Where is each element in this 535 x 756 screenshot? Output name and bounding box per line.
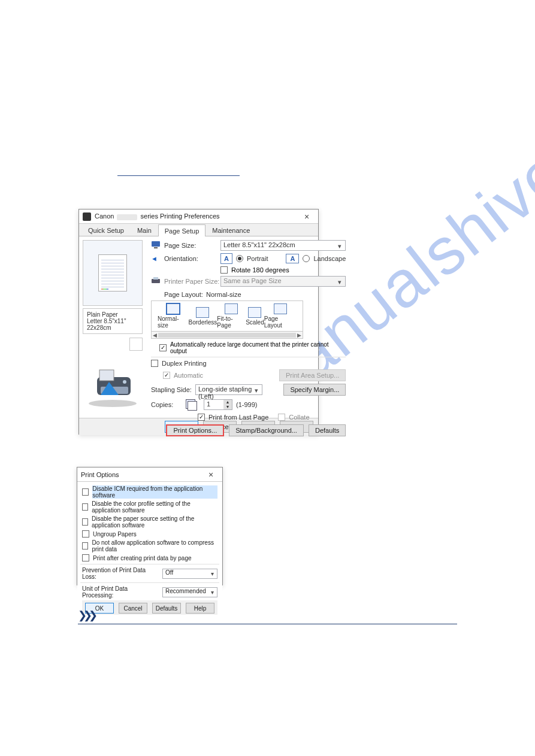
layout-fit[interactable]: Fit-to-Page bbox=[217, 303, 246, 329]
page-size-value: Letter 8.5"x11" 22x28cm bbox=[223, 241, 295, 248]
landscape-radio[interactable] bbox=[303, 255, 310, 262]
auto-reduce-checkbox[interactable] bbox=[159, 344, 167, 351]
help-button[interactable]: Help bbox=[186, 603, 214, 614]
note-chevrons-icon: ❯❯❯ bbox=[78, 609, 94, 622]
paper-size: Letter 8.5"x11" 22x28cm bbox=[87, 318, 138, 331]
svg-rect-5 bbox=[152, 241, 160, 247]
copies-icon bbox=[183, 398, 200, 411]
stapling-label: Stapling Side: bbox=[151, 386, 192, 393]
rotate-checkbox[interactable] bbox=[220, 266, 228, 274]
opt-disable-icm-checkbox[interactable] bbox=[82, 488, 89, 496]
titlebar: Canon series Printing Preferences × bbox=[79, 210, 318, 224]
portrait-label: Portrait bbox=[247, 255, 268, 262]
layout-scaled[interactable]: Scaled bbox=[246, 307, 264, 326]
spin-up-icon[interactable]: ▲ bbox=[223, 400, 232, 405]
opt-ungroup-checkbox[interactable] bbox=[82, 530, 89, 538]
window-title: Print Options bbox=[81, 471, 203, 478]
tab-page-setup[interactable]: Page Setup bbox=[158, 224, 206, 236]
landscape-icon: A bbox=[286, 254, 299, 263]
copies-label: Copies: bbox=[151, 401, 180, 408]
svg-rect-2 bbox=[99, 370, 114, 381]
copies-spinner[interactable]: 1 ▲▼ bbox=[204, 399, 232, 410]
cancel-button[interactable]: Cancel bbox=[119, 603, 147, 614]
printer-illustration-icon bbox=[83, 360, 143, 408]
specify-margin-button[interactable]: Specify Margin... bbox=[283, 384, 346, 396]
opt-label: Print after creating print data by page bbox=[93, 555, 192, 561]
portrait-icon: A bbox=[220, 253, 232, 264]
chevron-down-icon: ▾ bbox=[208, 588, 216, 597]
duplex-label: Duplex Printing bbox=[162, 360, 207, 367]
close-icon[interactable]: × bbox=[299, 212, 315, 221]
unit-label: Unit of Print Data Processing: bbox=[82, 585, 159, 599]
copies-range: (1-999) bbox=[236, 401, 257, 408]
layout-borderless[interactable]: Borderless bbox=[189, 307, 217, 326]
settings-column: Page Size: Letter 8.5"x11" 22x28cm ▾ ◄ O… bbox=[146, 236, 350, 418]
stamp-background-button[interactable]: Stamp/Background... bbox=[229, 424, 304, 436]
opt-print-after-checkbox[interactable] bbox=[82, 554, 89, 561]
printer-paper-label: Printer Paper Size: bbox=[164, 278, 220, 285]
layout-item-label: Borderless bbox=[189, 319, 217, 326]
monitor-icon bbox=[151, 241, 164, 250]
opt-no-compress-checkbox[interactable] bbox=[82, 542, 88, 549]
tabs: Quick Setup Main Page Setup Maintenance bbox=[79, 224, 318, 236]
print-options-dialog: Print Options × Disable ICM required fro… bbox=[77, 467, 223, 585]
tab-quick-setup[interactable]: Quick Setup bbox=[81, 224, 131, 236]
collate-label: Collate bbox=[289, 414, 309, 421]
page-preview bbox=[83, 240, 143, 306]
svg-rect-6 bbox=[154, 247, 158, 248]
last-page-checkbox[interactable] bbox=[198, 414, 205, 421]
unit-select[interactable]: Recommended ▾ bbox=[162, 587, 217, 597]
copies-value[interactable]: 1 bbox=[204, 400, 223, 409]
scroll-right-icon[interactable]: ▶ bbox=[297, 332, 301, 338]
landscape-label: Landscape bbox=[313, 255, 346, 262]
svg-rect-8 bbox=[153, 277, 158, 280]
tab-maintenance[interactable]: Maintenance bbox=[205, 224, 256, 236]
preview-column: Plain Paper Letter 8.5"x11" 22x28cm bbox=[79, 236, 146, 418]
layout-selector[interactable]: Normal-size Borderless Fit-to-Page Scale… bbox=[151, 300, 303, 332]
svg-rect-7 bbox=[152, 279, 160, 283]
scroll-left-icon[interactable]: ◀ bbox=[153, 332, 157, 338]
chevron-down-icon: ▾ bbox=[208, 570, 216, 578]
page-size-select[interactable]: Letter 8.5"x11" 22x28cm ▾ bbox=[220, 240, 346, 251]
automatic-label: Automatic bbox=[174, 372, 203, 379]
layout-item-label: Fit-to-Page bbox=[217, 315, 246, 329]
spin-down-icon[interactable]: ▼ bbox=[223, 405, 232, 409]
layout-scrollbar[interactable]: ◀ ▶ bbox=[151, 332, 303, 339]
close-icon[interactable]: × bbox=[203, 470, 219, 479]
opt-disable-paper-source-checkbox[interactable] bbox=[82, 518, 88, 526]
last-page-label: Print from Last Page bbox=[208, 414, 268, 421]
duplex-checkbox[interactable] bbox=[151, 360, 158, 367]
opt-label: Ungroup Papers bbox=[93, 531, 137, 538]
layout-item-label: Normal-size bbox=[158, 315, 189, 329]
defaults-button[interactable]: Defaults bbox=[152, 603, 181, 614]
prevention-value: Off bbox=[165, 569, 173, 576]
printing-preferences-dialog: Canon series Printing Preferences × Quic… bbox=[78, 209, 319, 435]
page-layout-value: Normal-size bbox=[206, 291, 241, 298]
heading-underline bbox=[117, 175, 240, 176]
printer-paper-value: Same as Page Size bbox=[223, 277, 282, 284]
print-options-button[interactable]: Print Options... bbox=[166, 424, 224, 436]
layout-normal[interactable]: Normal-size bbox=[158, 303, 189, 329]
automatic-checkbox bbox=[163, 372, 170, 379]
swatch[interactable] bbox=[129, 338, 143, 351]
prevention-select[interactable]: Off ▾ bbox=[162, 569, 217, 579]
layout-page-layout[interactable]: Page Layout bbox=[264, 303, 297, 329]
stapling-select[interactable]: Long-side stapling (Left) ▾ bbox=[195, 384, 262, 395]
layout-item-label: Page Layout bbox=[264, 315, 297, 329]
portrait-radio[interactable] bbox=[236, 255, 243, 262]
prevention-label: Prevention of Print Data Loss: bbox=[82, 567, 159, 580]
title-suffix: series Printing Preferences bbox=[141, 212, 220, 220]
page-size-label: Page Size: bbox=[164, 242, 220, 249]
svg-point-4 bbox=[123, 380, 126, 384]
opt-disable-color-checkbox[interactable] bbox=[82, 503, 88, 511]
collate-checkbox bbox=[278, 414, 285, 421]
rotate-label: Rotate 180 degrees bbox=[231, 266, 289, 274]
svg-point-0 bbox=[89, 400, 137, 407]
tab-main[interactable]: Main bbox=[131, 224, 158, 236]
printer-small-icon bbox=[151, 277, 164, 286]
layout-item-label: Scaled bbox=[246, 319, 264, 326]
defaults-button[interactable]: Defaults bbox=[309, 424, 346, 436]
auto-reduce-label: Automatically reduce large document that… bbox=[170, 341, 346, 354]
chevron-down-icon: ▾ bbox=[252, 386, 261, 394]
model-mask bbox=[117, 214, 137, 220]
